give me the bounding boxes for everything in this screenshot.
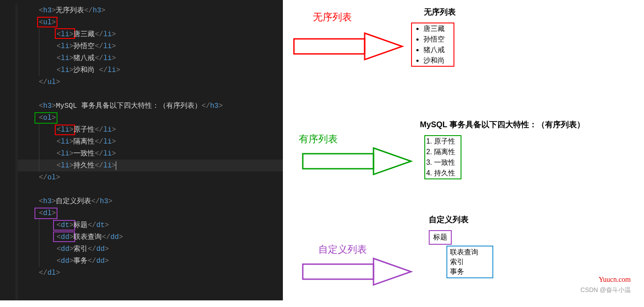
render-ul-title: 无序列表 xyxy=(411,7,469,17)
code-line: </dl> xyxy=(18,267,283,279)
code-line: <li>孙悟空</li> xyxy=(18,40,283,52)
code-line: <h3>自定义列表</h3> xyxy=(18,195,283,207)
svg-rect-0 xyxy=(294,39,365,54)
render-dl-title: 自定义列表 xyxy=(429,214,517,225)
arrow-green xyxy=(301,146,415,177)
code-line: <dl> xyxy=(18,207,283,219)
ol-item: 一致性 xyxy=(434,157,455,168)
render-section-ul: 无序列表 唐三藏孙悟空猪八戒沙和尚 xyxy=(411,7,469,67)
dd-item: 事务 xyxy=(450,267,490,277)
code-line: <ol> xyxy=(18,112,283,124)
ol-item: 隔离性 xyxy=(434,147,455,157)
render-dd-box: 联表查询索引事务 xyxy=(446,246,493,278)
ul-item: 唐三藏 xyxy=(423,23,445,34)
footer-yuucn: Yuucn.com xyxy=(599,276,631,284)
ul-item: 孙悟空 xyxy=(423,34,445,45)
code-line: </ol> xyxy=(18,171,283,183)
ul-item: 猪八戒 xyxy=(423,45,445,55)
code-line: <li>原子性</li> xyxy=(18,124,283,136)
label-ordered: 有序列表 xyxy=(299,133,338,146)
code-editor-panel: <h3>无序列表</h3><ul><li>唐三藏</li><li>孙悟空</li… xyxy=(0,0,283,300)
code-line: <dd>索引</dd> xyxy=(18,243,283,255)
code-body: <h3>无序列表</h3><ul><li>唐三藏</li><li>孙悟空</li… xyxy=(18,4,283,300)
render-dt-box: 标题 xyxy=(429,230,452,245)
ol-item: 持久性 xyxy=(434,168,455,178)
code-line xyxy=(18,88,283,100)
code-line xyxy=(18,183,283,195)
render-panel: 无序列表 有序列表 自定义列表 无序列表 唐三藏孙悟空猪八戒沙和尚 MySQL … xyxy=(283,0,644,300)
code-line: </ul> xyxy=(18,76,283,88)
code-line: <dd>联表查询</dd> xyxy=(18,231,283,243)
label-unordered: 无序列表 xyxy=(313,11,352,24)
code-line: <li>唐三藏</li> xyxy=(18,28,283,40)
ol-item: 原子性 xyxy=(434,136,455,147)
code-line: <dd>事务</dd> xyxy=(18,255,283,267)
svg-rect-2 xyxy=(303,154,373,169)
ul-item: 沙和尚 xyxy=(423,55,445,66)
svg-marker-1 xyxy=(365,33,402,60)
code-line: <h3>无序列表</h3> xyxy=(18,4,283,16)
svg-marker-5 xyxy=(373,258,411,285)
render-section-dl: 自定义列表 标题 联表查询索引事务 xyxy=(429,214,517,278)
code-line: <li>持久性</li> xyxy=(18,159,283,171)
ul-box: 唐三藏孙悟空猪八戒沙和尚 xyxy=(411,23,454,67)
code-line: <li>一致性</li> xyxy=(18,148,283,159)
code-line: <li>沙和尚 </li> xyxy=(18,64,283,76)
code-line: <li>猪八戒</li> xyxy=(18,52,283,64)
editor-gutter xyxy=(0,4,18,300)
svg-rect-4 xyxy=(303,264,373,279)
code-line: <ul> xyxy=(18,16,283,28)
render-ul-list: 唐三藏孙悟空猪八戒沙和尚 xyxy=(412,23,453,66)
dd-item: 索引 xyxy=(450,257,490,267)
dd-item: 联表查询 xyxy=(450,247,490,257)
arrow-purple xyxy=(301,256,415,287)
code-line: <h3>MySQL 事务具备以下四大特性：（有序列表）</h3> xyxy=(18,100,283,112)
footer-csdn: CSDN @奋斗小温 xyxy=(580,286,631,294)
render-ol-list: 原子性隔离性一致性持久性 xyxy=(425,136,461,178)
label-definition: 自定义列表 xyxy=(318,243,367,256)
arrow-red xyxy=(292,31,407,62)
svg-marker-3 xyxy=(373,148,411,174)
code-line: <dt>标题</dt> xyxy=(18,219,283,231)
render-ol-title: MySQL 事务具备以下四大特性：（有序列表） xyxy=(420,119,585,130)
code-line: <li>隔离性</li> xyxy=(18,136,283,148)
render-section-ol: MySQL 事务具备以下四大特性：（有序列表） 原子性隔离性一致性持久性 xyxy=(420,119,585,179)
ol-box: 原子性隔离性一致性持久性 xyxy=(424,135,461,179)
